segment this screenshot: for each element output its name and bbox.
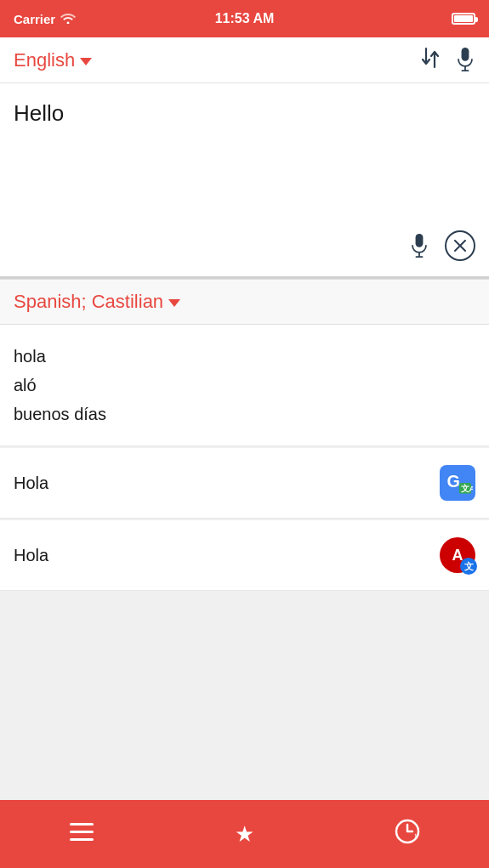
svg-rect-3 — [416, 234, 424, 247]
swap-languages-icon[interactable] — [421, 47, 440, 74]
svg-rect-13 — [70, 831, 94, 833]
svg-rect-0 — [462, 47, 469, 60]
source-lang-selector[interactable]: English — [14, 49, 92, 71]
menu-icon — [70, 821, 94, 848]
source-lang-bar: English — [0, 37, 489, 83]
star-icon: ★ — [235, 821, 254, 848]
tab-bar: ★ — [0, 800, 489, 868]
status-time: 11:53 AM — [215, 11, 275, 26]
header-mic-icon[interactable] — [455, 47, 475, 74]
svg-rect-12 — [70, 823, 94, 825]
target-lang-bar: Spanish; Castilian — [0, 279, 489, 325]
input-area[interactable]: Hello — [0, 83, 489, 279]
carrier-label: Carrier — [14, 12, 55, 26]
target-lang-chevron-icon — [168, 299, 180, 307]
google-provider-badge: G 文A — [440, 465, 475, 501]
target-lang-selector[interactable]: Spanish; Castilian — [14, 291, 180, 313]
tab-favorites[interactable]: ★ — [163, 821, 327, 848]
wifi-icon — [60, 12, 76, 26]
status-bar-left: Carrier — [14, 12, 76, 26]
google-translation-text: Hola — [14, 474, 48, 493]
word-list-card: hola aló buenos días — [0, 325, 489, 446]
battery-icon — [452, 13, 475, 25]
target-lang-label: Spanish; Castilian — [14, 291, 163, 313]
history-icon — [393, 817, 422, 852]
word-list-item-1: aló — [14, 371, 475, 400]
tab-menu[interactable] — [0, 821, 163, 848]
empty-space — [0, 593, 489, 763]
microsoft-translation-card[interactable]: Hola A 文 — [0, 520, 489, 591]
source-lang-label: English — [14, 49, 75, 71]
status-bar-right — [452, 13, 475, 25]
microsoft-translation-text: Hola — [14, 546, 48, 565]
lang-bar-actions — [421, 47, 475, 74]
source-lang-chevron-icon — [80, 58, 92, 65]
input-actions — [406, 229, 475, 263]
input-mic-button[interactable] — [406, 229, 433, 263]
google-translation-card[interactable]: Hola G 文A — [0, 448, 489, 519]
word-list-item-0: hola — [14, 342, 475, 371]
status-bar: Carrier 11:53 AM — [0, 0, 489, 37]
clear-input-button[interactable] — [445, 230, 475, 261]
svg-rect-14 — [70, 838, 94, 841]
input-text: Hello — [14, 100, 475, 127]
microsoft-provider-badge: A 文 — [440, 537, 475, 573]
svg-text:G: G — [446, 472, 459, 491]
tab-history[interactable] — [326, 817, 489, 852]
word-list-item-2: buenos días — [14, 400, 475, 428]
results-area: hola aló buenos días Hola G 文A Hola A 文 — [0, 325, 489, 763]
svg-text:文A: 文A — [461, 484, 473, 493]
